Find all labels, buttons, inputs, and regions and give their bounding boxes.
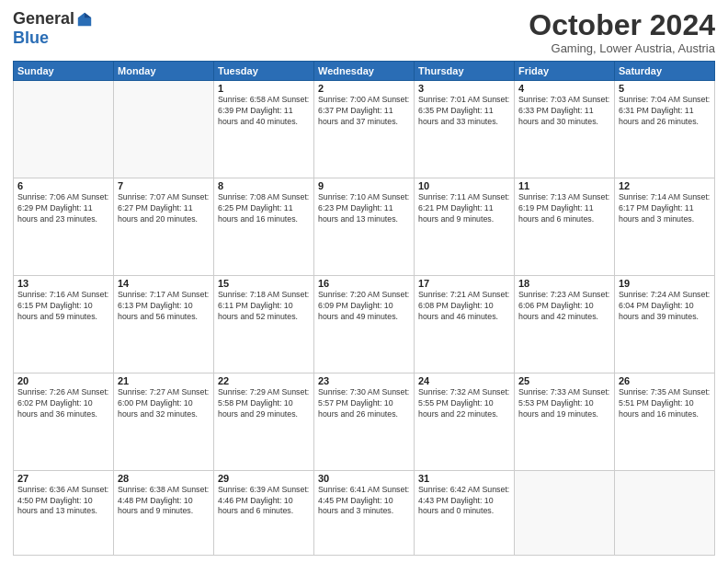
table-row: 16Sunrise: 7:20 AM Sunset: 6:09 PM Dayli… [314,275,415,373]
day-number: 25 [518,375,610,386]
header-saturday: Saturday [615,62,715,81]
day-number: 31 [418,473,510,484]
logo: General Blue [13,9,93,48]
table-row: 11Sunrise: 7:13 AM Sunset: 6:19 PM Dayli… [515,178,615,276]
day-info: Sunrise: 7:30 AM Sunset: 5:57 PM Dayligh… [318,387,410,420]
day-info: Sunrise: 7:06 AM Sunset: 6:29 PM Dayligh… [17,192,109,225]
day-number: 22 [218,375,310,386]
table-row: 5Sunrise: 7:04 AM Sunset: 6:31 PM Daylig… [615,81,715,178]
table-row: 10Sunrise: 7:11 AM Sunset: 6:21 PM Dayli… [415,178,515,276]
table-row: 30Sunrise: 6:41 AM Sunset: 4:45 PM Dayli… [314,470,415,555]
calendar-table: Sunday Monday Tuesday Wednesday Thursday… [13,61,715,556]
table-row: 27Sunrise: 6:36 AM Sunset: 4:50 PM Dayli… [14,470,114,555]
day-number: 5 [619,83,711,94]
day-info: Sunrise: 7:17 AM Sunset: 6:13 PM Dayligh… [118,290,210,323]
day-number: 23 [318,375,410,386]
day-info: Sunrise: 7:32 AM Sunset: 5:55 PM Dayligh… [418,387,510,420]
svg-marker-1 [85,12,91,17]
logo-general: General [13,9,74,29]
day-info: Sunrise: 7:35 AM Sunset: 5:51 PM Dayligh… [619,387,711,420]
day-info: Sunrise: 6:42 AM Sunset: 4:43 PM Dayligh… [418,485,510,518]
day-number: 12 [619,180,711,191]
day-number: 29 [218,473,310,484]
day-number: 4 [518,83,610,94]
table-row [14,81,114,178]
header-thursday: Thursday [415,62,515,81]
day-number: 14 [118,278,210,289]
title-block: October 2024 Gaming, Lower Austria, Aust… [529,9,715,55]
day-info: Sunrise: 7:20 AM Sunset: 6:09 PM Dayligh… [318,290,410,323]
day-info: Sunrise: 7:23 AM Sunset: 6:06 PM Dayligh… [518,290,610,323]
table-row: 13Sunrise: 7:16 AM Sunset: 6:15 PM Dayli… [14,275,114,373]
day-info: Sunrise: 6:41 AM Sunset: 4:45 PM Dayligh… [318,485,410,518]
day-info: Sunrise: 7:21 AM Sunset: 6:08 PM Dayligh… [418,290,510,323]
header-sunday: Sunday [14,62,114,81]
logo-icon [76,11,93,28]
day-info: Sunrise: 7:27 AM Sunset: 6:00 PM Dayligh… [118,387,210,420]
table-row: 31Sunrise: 6:42 AM Sunset: 4:43 PM Dayli… [415,470,515,555]
day-number: 28 [118,473,210,484]
header-tuesday: Tuesday [214,62,314,81]
day-info: Sunrise: 7:14 AM Sunset: 6:17 PM Dayligh… [619,192,711,225]
header-wednesday: Wednesday [314,62,415,81]
table-row: 22Sunrise: 7:29 AM Sunset: 5:58 PM Dayli… [214,373,314,470]
table-row [615,470,715,555]
table-row: 26Sunrise: 7:35 AM Sunset: 5:51 PM Dayli… [615,373,715,470]
table-row [515,470,615,555]
table-row: 12Sunrise: 7:14 AM Sunset: 6:17 PM Dayli… [615,178,715,276]
table-row [114,81,214,178]
day-info: Sunrise: 7:18 AM Sunset: 6:11 PM Dayligh… [218,290,310,323]
table-row: 17Sunrise: 7:21 AM Sunset: 6:08 PM Dayli… [415,275,515,373]
day-info: Sunrise: 7:33 AM Sunset: 5:53 PM Dayligh… [518,387,610,420]
header-friday: Friday [515,62,615,81]
table-row: 25Sunrise: 7:33 AM Sunset: 5:53 PM Dayli… [515,373,615,470]
day-number: 24 [418,375,510,386]
day-info: Sunrise: 6:36 AM Sunset: 4:50 PM Dayligh… [17,485,109,518]
day-number: 17 [418,278,510,289]
day-number: 8 [218,180,310,191]
table-row: 19Sunrise: 7:24 AM Sunset: 6:04 PM Dayli… [615,275,715,373]
day-number: 13 [17,278,109,289]
day-number: 6 [17,180,109,191]
day-info: Sunrise: 7:10 AM Sunset: 6:23 PM Dayligh… [318,192,410,225]
day-info: Sunrise: 7:00 AM Sunset: 6:37 PM Dayligh… [318,95,410,128]
day-info: Sunrise: 7:16 AM Sunset: 6:15 PM Dayligh… [17,290,109,323]
table-row: 2Sunrise: 7:00 AM Sunset: 6:37 PM Daylig… [314,81,415,178]
day-info: Sunrise: 7:08 AM Sunset: 6:25 PM Dayligh… [218,192,310,225]
day-number: 30 [318,473,410,484]
page: General Blue October 2024 Gaming, Lower … [0,0,728,563]
day-info: Sunrise: 7:26 AM Sunset: 6:02 PM Dayligh… [17,387,109,420]
day-info: Sunrise: 6:39 AM Sunset: 4:46 PM Dayligh… [218,485,310,518]
table-row: 15Sunrise: 7:18 AM Sunset: 6:11 PM Dayli… [214,275,314,373]
table-row: 1Sunrise: 6:58 AM Sunset: 6:39 PM Daylig… [214,81,314,178]
day-number: 1 [218,83,310,94]
table-row: 18Sunrise: 7:23 AM Sunset: 6:06 PM Dayli… [515,275,615,373]
day-number: 9 [318,180,410,191]
day-info: Sunrise: 7:03 AM Sunset: 6:33 PM Dayligh… [518,95,610,128]
day-number: 27 [17,473,109,484]
table-row: 28Sunrise: 6:38 AM Sunset: 4:48 PM Dayli… [114,470,214,555]
day-number: 15 [218,278,310,289]
day-number: 11 [518,180,610,191]
month-title: October 2024 [529,9,715,41]
day-number: 26 [619,375,711,386]
table-row: 24Sunrise: 7:32 AM Sunset: 5:55 PM Dayli… [415,373,515,470]
day-info: Sunrise: 6:38 AM Sunset: 4:48 PM Dayligh… [118,485,210,518]
day-number: 20 [17,375,109,386]
day-info: Sunrise: 7:04 AM Sunset: 6:31 PM Dayligh… [619,95,711,128]
calendar-header-row: Sunday Monday Tuesday Wednesday Thursday… [14,62,715,81]
day-info: Sunrise: 7:11 AM Sunset: 6:21 PM Dayligh… [418,192,510,225]
day-number: 2 [318,83,410,94]
subtitle: Gaming, Lower Austria, Austria [529,41,715,55]
header: General Blue October 2024 Gaming, Lower … [13,9,715,55]
table-row: 9Sunrise: 7:10 AM Sunset: 6:23 PM Daylig… [314,178,415,276]
day-number: 19 [619,278,711,289]
table-row: 29Sunrise: 6:39 AM Sunset: 4:46 PM Dayli… [214,470,314,555]
table-row: 20Sunrise: 7:26 AM Sunset: 6:02 PM Dayli… [14,373,114,470]
header-monday: Monday [114,62,214,81]
day-info: Sunrise: 7:13 AM Sunset: 6:19 PM Dayligh… [518,192,610,225]
table-row: 3Sunrise: 7:01 AM Sunset: 6:35 PM Daylig… [415,81,515,178]
table-row: 8Sunrise: 7:08 AM Sunset: 6:25 PM Daylig… [214,178,314,276]
day-number: 10 [418,180,510,191]
day-number: 21 [118,375,210,386]
